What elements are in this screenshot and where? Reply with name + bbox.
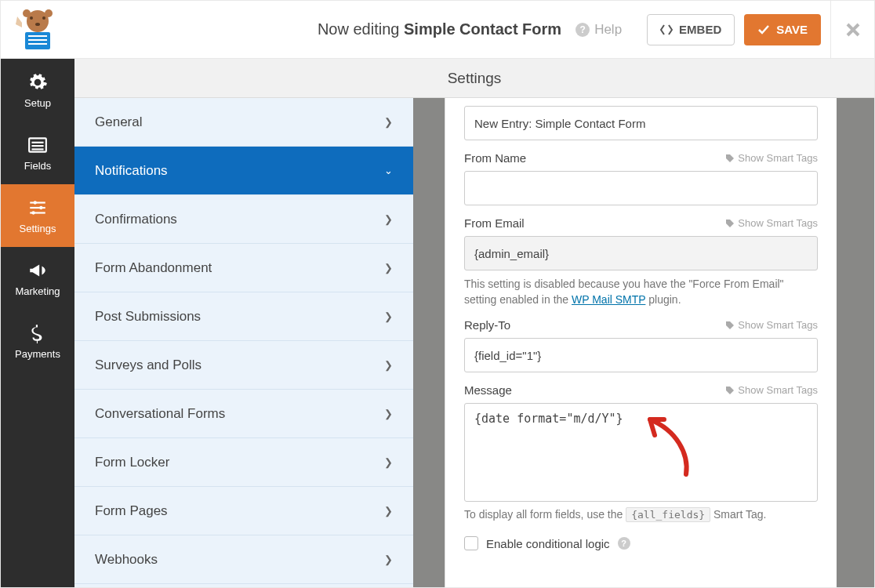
wp-mail-smtp-link[interactable]: WP Mail SMTP bbox=[572, 293, 645, 306]
chevron-right-icon: ❯ bbox=[384, 213, 393, 225]
nav-general[interactable]: General❯ bbox=[74, 98, 413, 147]
notification-settings-panel: From Name Show Smart Tags From Email bbox=[445, 98, 837, 587]
gutter-left bbox=[413, 98, 445, 587]
help-icon[interactable]: ? bbox=[618, 537, 630, 550]
nav-post-submissions[interactable]: Post Submissions❯ bbox=[74, 292, 413, 341]
nav-conversational-forms[interactable]: Conversational Forms❯ bbox=[74, 390, 413, 438]
chevron-right-icon: ❯ bbox=[384, 116, 393, 128]
from-name-label: From Name bbox=[464, 151, 526, 165]
dollar-icon bbox=[27, 323, 48, 343]
settings-heading: Settings bbox=[74, 59, 874, 98]
nav-surveys-polls[interactable]: Surveys and Polls❯ bbox=[74, 341, 413, 390]
smart-tags-reply-to[interactable]: Show Smart Tags bbox=[725, 319, 818, 331]
chevron-right-icon: ❯ bbox=[384, 456, 393, 468]
svg-point-19 bbox=[31, 211, 34, 214]
rail-payments[interactable]: Payments bbox=[1, 310, 74, 372]
all-fields-tagcode: {all_fields} bbox=[626, 507, 710, 522]
gutter-right bbox=[837, 98, 874, 587]
icon-sidebar: Setup Fields Settings Marketing Payments bbox=[1, 59, 74, 587]
svg-point-17 bbox=[39, 205, 42, 209]
reply-to-label: Reply-To bbox=[464, 318, 510, 332]
svg-rect-7 bbox=[28, 35, 47, 37]
smart-tags-from-email[interactable]: Show Smart Tags bbox=[725, 217, 818, 229]
nav-form-abandonment[interactable]: Form Abandonment❯ bbox=[74, 244, 413, 292]
svg-point-3 bbox=[35, 23, 40, 26]
svg-point-2 bbox=[42, 16, 45, 20]
code-icon bbox=[660, 24, 673, 35]
settings-nav: General❯ Notifications⌄ Confirmations❯ F… bbox=[74, 98, 413, 587]
nav-form-pages[interactable]: Form Pages❯ bbox=[74, 487, 413, 535]
tag-icon bbox=[725, 154, 735, 163]
svg-point-15 bbox=[34, 201, 37, 204]
svg-rect-8 bbox=[28, 39, 47, 41]
message-textarea[interactable] bbox=[464, 403, 818, 502]
conditional-logic-label: Enable conditional logic bbox=[486, 537, 610, 550]
wpforms-logo bbox=[1, 1, 74, 59]
chevron-right-icon: ❯ bbox=[384, 408, 393, 419]
close-icon bbox=[845, 22, 861, 38]
email-subject-input[interactable] bbox=[464, 106, 818, 140]
tag-icon bbox=[725, 386, 735, 395]
list-icon bbox=[27, 135, 48, 155]
svg-point-4 bbox=[23, 9, 31, 17]
gear-icon bbox=[27, 72, 48, 93]
nav-webhooks[interactable]: Webhooks❯ bbox=[74, 535, 413, 584]
sliders-icon bbox=[27, 198, 48, 218]
close-button[interactable] bbox=[830, 1, 874, 59]
check-icon bbox=[757, 24, 770, 35]
chevron-down-icon: ⌄ bbox=[384, 165, 393, 176]
rail-fields[interactable]: Fields bbox=[1, 122, 74, 184]
from-email-input bbox=[464, 236, 818, 270]
all-fields-note: To display all form fields, use the {all… bbox=[464, 508, 818, 521]
smart-tags-message[interactable]: Show Smart Tags bbox=[725, 384, 818, 396]
tag-icon bbox=[725, 219, 735, 228]
save-button[interactable]: SAVE bbox=[744, 14, 821, 45]
smart-tags-from-name[interactable]: Show Smart Tags bbox=[725, 152, 818, 164]
message-label: Message bbox=[464, 383, 512, 397]
chevron-right-icon: ❯ bbox=[384, 554, 393, 565]
svg-rect-9 bbox=[28, 43, 47, 45]
conditional-logic-checkbox[interactable] bbox=[464, 536, 478, 550]
help-link[interactable]: ? Help bbox=[575, 22, 622, 38]
from-name-input[interactable] bbox=[464, 171, 818, 205]
svg-point-1 bbox=[30, 16, 33, 20]
bullhorn-icon bbox=[27, 260, 48, 281]
rail-setup[interactable]: Setup bbox=[1, 59, 74, 122]
help-icon: ? bbox=[575, 23, 590, 37]
nav-form-locker[interactable]: Form Locker❯ bbox=[74, 438, 413, 487]
nav-notifications[interactable]: Notifications⌄ bbox=[74, 147, 413, 195]
chevron-right-icon: ❯ bbox=[384, 359, 393, 371]
rail-settings[interactable]: Settings bbox=[1, 184, 74, 247]
svg-point-5 bbox=[45, 9, 53, 17]
from-email-help: This setting is disabled because you hav… bbox=[464, 277, 818, 307]
rail-marketing[interactable]: Marketing bbox=[1, 247, 74, 310]
reply-to-input[interactable] bbox=[464, 338, 818, 372]
editing-label: Now editing Simple Contact Form bbox=[318, 20, 561, 38]
chevron-right-icon: ❯ bbox=[384, 262, 393, 274]
chevron-right-icon: ❯ bbox=[384, 505, 393, 517]
top-toolbar: Now editing Simple Contact Form ? Help E… bbox=[1, 1, 874, 59]
from-email-label: From Email bbox=[464, 216, 525, 230]
chevron-right-icon: ❯ bbox=[384, 310, 393, 322]
nav-confirmations[interactable]: Confirmations❯ bbox=[74, 195, 413, 244]
tag-icon bbox=[725, 321, 735, 330]
embed-button[interactable]: EMBED bbox=[647, 14, 735, 45]
